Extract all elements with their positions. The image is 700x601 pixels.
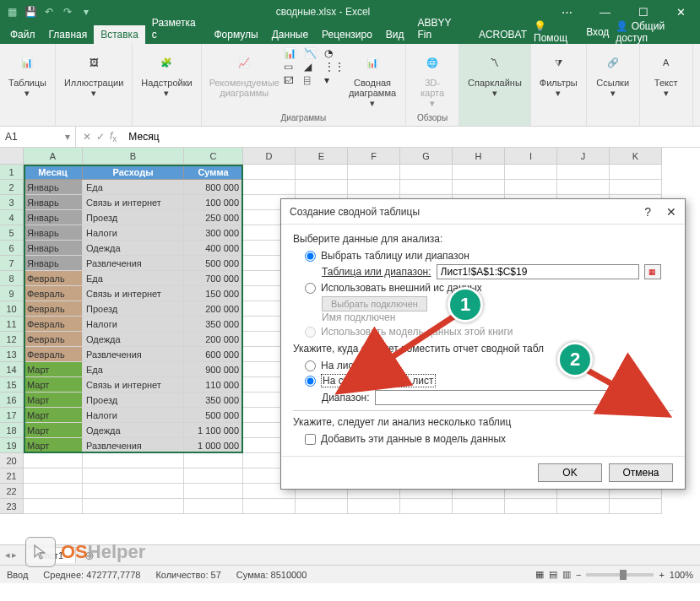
cell[interactable]: Развлечения <box>83 438 184 453</box>
zoom-level[interactable]: 100% <box>670 570 693 580</box>
select-all-corner[interactable] <box>0 148 24 165</box>
tab-данные[interactable]: Данные <box>265 25 315 44</box>
row-header[interactable]: 18 <box>0 423 24 438</box>
cancel-formula-icon[interactable]: ✕ <box>83 131 91 143</box>
radio-external-source[interactable]: Использовать внешний ис данных <box>305 282 673 294</box>
recommended-charts-button[interactable]: 📈Рекомендуемые диаграммы <box>207 47 282 100</box>
stock-chart-icon[interactable]: 🗠 <box>284 74 302 86</box>
cell[interactable]: Февраль <box>24 286 83 301</box>
col-header[interactable]: D <box>243 148 296 165</box>
text-button[interactable]: AТекст▾ <box>645 47 687 100</box>
row-header[interactable]: 20 <box>0 453 24 468</box>
column-chart-icon[interactable]: 📊 <box>284 47 302 59</box>
row-header[interactable]: 14 <box>0 362 24 377</box>
cell[interactable]: Февраль <box>24 332 83 347</box>
cell[interactable] <box>243 165 296 180</box>
cell[interactable] <box>24 484 83 499</box>
cell[interactable]: Проезд <box>83 393 184 408</box>
cell[interactable]: Март <box>24 438 83 453</box>
cell[interactable]: 350 000 <box>184 317 243 332</box>
col-header[interactable]: C <box>184 148 243 165</box>
cell[interactable]: 100 000 <box>184 195 243 210</box>
cell[interactable] <box>24 468 83 484</box>
more-chart-icon[interactable]: ▾ <box>324 74 343 86</box>
pivot-chart-button[interactable]: 📊Сводная диаграмма▾ <box>345 47 400 111</box>
col-header[interactable]: K <box>610 148 662 165</box>
col-header[interactable]: E <box>296 148 348 165</box>
cell[interactable] <box>557 165 610 180</box>
zoom-out-icon[interactable]: − <box>576 570 581 580</box>
row-header[interactable]: 8 <box>0 271 24 286</box>
col-header[interactable]: I <box>505 148 557 165</box>
cell[interactable]: 250 000 <box>184 210 243 225</box>
cell[interactable]: Февраль <box>24 271 83 286</box>
row-header[interactable]: 23 <box>0 499 24 514</box>
cell[interactable]: 110 000 <box>184 377 243 393</box>
cell[interactable]: 1 000 000 <box>184 438 243 453</box>
cell[interactable] <box>610 499 662 514</box>
cell[interactable]: Месяц <box>24 165 83 180</box>
cell[interactable] <box>348 180 400 195</box>
cell[interactable] <box>296 499 348 514</box>
cell[interactable]: Проезд <box>83 301 184 317</box>
chart-type-grid[interactable]: 📊📉◔ ▭◢⋮⋮ 🗠⌸▾ <box>284 47 343 86</box>
cell[interactable]: Одежда <box>83 423 184 438</box>
view-layout-icon[interactable]: ▤ <box>549 569 557 580</box>
tab-вставка[interactable]: Вставка <box>94 25 145 44</box>
cell[interactable]: Февраль <box>24 347 83 362</box>
cell[interactable]: Одежда <box>83 332 184 347</box>
tab-вид[interactable]: Вид <box>379 25 411 44</box>
range-picker-icon-2[interactable]: ▦ <box>616 390 633 405</box>
redo-icon[interactable]: ↷ <box>59 3 76 20</box>
cell[interactable] <box>296 180 348 195</box>
cell[interactable] <box>348 165 400 180</box>
cell[interactable]: Налоги <box>83 317 184 332</box>
row-header[interactable]: 19 <box>0 438 24 453</box>
cell[interactable] <box>557 499 610 514</box>
dialog-close-icon[interactable]: ✕ <box>666 205 676 219</box>
cell[interactable] <box>453 165 505 180</box>
cell[interactable] <box>400 180 453 195</box>
cell[interactable]: Одежда <box>83 241 184 256</box>
cell[interactable]: Связь и интернет <box>83 377 184 393</box>
cell[interactable]: Январь <box>24 256 83 271</box>
col-header[interactable]: J <box>557 148 610 165</box>
cell[interactable] <box>348 499 400 514</box>
cell[interactable]: Февраль <box>24 301 83 317</box>
cell[interactable]: Январь <box>24 210 83 225</box>
row-header[interactable]: 17 <box>0 408 24 423</box>
cell[interactable] <box>505 180 557 195</box>
share-button[interactable]: 👤 Общий доступ <box>616 20 693 44</box>
cell[interactable]: Связь и интернет <box>83 195 184 210</box>
formula-input[interactable] <box>123 131 700 143</box>
undo-icon[interactable]: ↶ <box>41 3 57 20</box>
column-headers[interactable]: ABCDEFGHIJK <box>24 148 662 165</box>
tab-nav-next-icon[interactable]: ▸ <box>12 550 17 560</box>
row-header[interactable]: 13 <box>0 347 24 362</box>
row-header[interactable]: 2 <box>0 180 24 195</box>
pie-chart-icon[interactable]: ◔ <box>324 47 343 59</box>
cancel-button[interactable]: Отмена <box>609 463 673 482</box>
cell[interactable] <box>83 499 184 514</box>
chevron-down-icon[interactable]: ▾ <box>65 131 70 143</box>
cell[interactable] <box>184 484 243 499</box>
row-header[interactable]: 9 <box>0 286 24 301</box>
input-table-range[interactable] <box>437 264 639 279</box>
cell[interactable]: Март <box>24 362 83 377</box>
cell[interactable]: 900 000 <box>184 362 243 377</box>
tab-abbyy fin[interactable]: ABBYY Fin <box>411 14 472 44</box>
cell[interactable]: 350 000 <box>184 393 243 408</box>
view-normal-icon[interactable]: ▦ <box>535 569 544 580</box>
row-header[interactable]: 12 <box>0 332 24 347</box>
row-header[interactable]: 6 <box>0 241 24 256</box>
row-header[interactable]: 10 <box>0 301 24 317</box>
cell[interactable]: Январь <box>24 195 83 210</box>
tell-me[interactable]: 💡 Помощ <box>534 20 579 44</box>
area-chart-icon[interactable]: ◢ <box>304 61 323 73</box>
cell[interactable]: Налоги <box>83 408 184 423</box>
combo-chart-icon[interactable]: ⌸ <box>304 74 323 86</box>
cell[interactable] <box>83 468 184 484</box>
map3d-button[interactable]: 🌐3D-карта▾ <box>411 47 453 111</box>
row-headers[interactable]: 1234567891011121314151617181920212223 <box>0 165 24 514</box>
cell[interactable]: 500 000 <box>184 256 243 271</box>
